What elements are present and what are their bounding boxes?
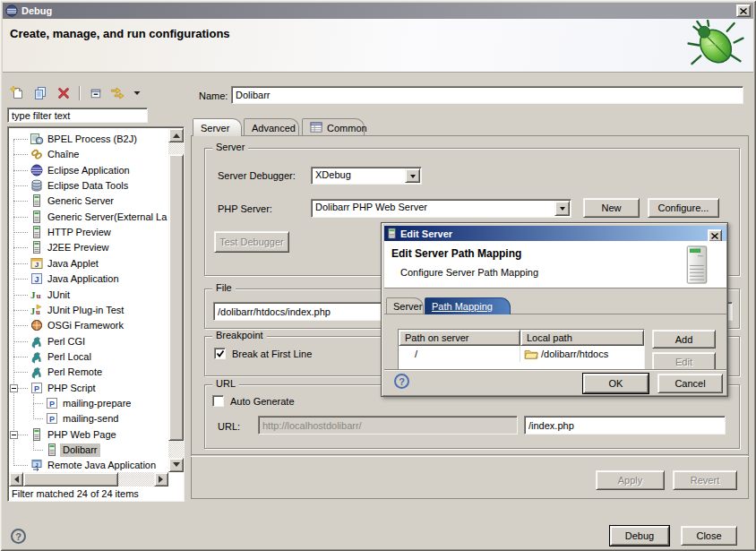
tree-vertical-scrollbar[interactable]	[168, 128, 184, 472]
tree-item-generic-server-external-la[interactable]: Generic Server(External La	[9, 210, 168, 225]
tree-item-label: J2EE Preview	[45, 241, 111, 254]
tab-server[interactable]: Server	[193, 118, 242, 136]
server-icon	[30, 194, 44, 208]
tab-advanced[interactable]: Advanced	[244, 118, 299, 136]
dropdown-arrow-icon[interactable]	[554, 201, 570, 216]
tree-item-generic-server[interactable]: Generic Server	[9, 194, 168, 209]
tree-guide-line	[33, 394, 34, 420]
name-input[interactable]	[231, 86, 743, 104]
tree-guide-line	[13, 465, 28, 466]
configure-server-button[interactable]: Configure...	[648, 198, 719, 218]
dialog-subheading: Configure Server Path Mapping	[400, 267, 538, 278]
tree-item-label: Generic Server(External La	[45, 211, 168, 224]
tree-item-eclipse-data-tools[interactable]: Eclipse Data Tools	[9, 178, 168, 194]
server-debugger-select[interactable]: XDebug	[311, 167, 422, 185]
configurations-toolbar	[7, 82, 185, 104]
tree-guide-line	[33, 450, 43, 451]
database-icon	[30, 178, 44, 193]
collapse-expander-icon[interactable]	[10, 431, 18, 439]
java-application-icon: J	[30, 271, 44, 286]
url-path-input[interactable]	[524, 416, 726, 435]
close-button[interactable]: Close	[681, 526, 737, 546]
tree-item-cha-ne[interactable]: Chaîne	[9, 147, 168, 162]
delete-configuration-icon[interactable]	[54, 84, 73, 102]
new-server-button[interactable]: New	[583, 198, 640, 218]
dialog-tab-server[interactable]: Server	[386, 297, 424, 314]
close-icon[interactable]	[708, 229, 722, 242]
tree-rows: BPEL Process (B2J)ChaîneEclipse Applicat…	[9, 128, 168, 472]
tree-item-java-applet[interactable]: JJava Applet	[9, 256, 168, 271]
tree-guide-line	[13, 232, 28, 233]
osgi-icon	[30, 318, 44, 332]
tree-item-perl-local[interactable]: Perl Local	[9, 349, 168, 365]
tree-item-label: mailing-send	[60, 412, 121, 426]
auto-generate-checkbox[interactable]	[212, 395, 224, 407]
tree-item-label: Perl Remote	[45, 366, 105, 379]
path-mapping-table[interactable]: Path on server Local path / /dolibarr/ht…	[398, 329, 645, 370]
server-debugger-label: Server Debugger:	[218, 170, 296, 181]
column-header-path-on-server[interactable]: Path on server	[399, 330, 520, 346]
tree-item-bpel-process-b2j[interactable]: BPEL Process (B2J)	[9, 132, 168, 147]
tree-item-label: Java Application	[45, 272, 122, 286]
dialog-tab-path-mapping[interactable]: Path Mapping	[425, 297, 511, 314]
column-header-local-path[interactable]: Local path	[520, 330, 644, 346]
tree-item-remote-java-application[interactable]: JRemote Java Application	[9, 458, 168, 472]
server-icon	[45, 443, 59, 457]
title-bar[interactable]: Debug	[3, 3, 753, 19]
collapse-all-icon[interactable]	[85, 84, 105, 102]
add-mapping-button[interactable]: Add	[652, 330, 716, 349]
ok-button[interactable]: OK	[583, 374, 649, 393]
tree-guide-line	[13, 357, 28, 357]
tree-item-junit-plug-in-test[interactable]: JuJUnit Plug-in Test	[9, 303, 168, 318]
page-title: Create, manage, and run configurations	[10, 27, 230, 40]
svg-text:P: P	[49, 399, 55, 408]
table-row[interactable]: / /dolibarr/htdocs	[399, 346, 644, 362]
filter-icon[interactable]	[108, 84, 128, 102]
toolbar-menu-chevron-icon[interactable]	[132, 84, 142, 102]
tree-item-osgi-framework[interactable]: OSGi Framework	[9, 318, 168, 333]
dropdown-arrow-icon[interactable]	[405, 168, 420, 183]
tree-guide-line	[33, 441, 34, 451]
tree-item-label: Eclipse Application	[45, 164, 133, 177]
tree-item-java-application[interactable]: JJava Application	[9, 271, 168, 287]
toolbar-separator	[79, 86, 80, 100]
new-configuration-icon[interactable]	[7, 84, 27, 102]
tree-item-junit[interactable]: JuJUnit	[9, 288, 168, 303]
url-group-title: URL	[212, 378, 239, 390]
cancel-button[interactable]: Cancel	[657, 374, 723, 393]
eclipse-icon	[5, 4, 18, 17]
svg-text:J: J	[30, 289, 36, 300]
close-icon[interactable]	[736, 4, 751, 17]
help-icon[interactable]: ?	[11, 529, 26, 544]
bpel-process-icon	[30, 132, 44, 146]
tree-item-perl-cgi[interactable]: Perl CGI	[9, 334, 168, 349]
scroll-right-icon[interactable]	[154, 472, 168, 486]
tree-item-eclipse-application[interactable]: Eclipse Application	[9, 163, 168, 178]
debug-button[interactable]: Debug	[610, 526, 669, 546]
tree-horizontal-scrollbar[interactable]	[9, 472, 168, 486]
php-server-select[interactable]: Dolibarr PHP Web Server	[311, 199, 571, 218]
header-banner: Create, manage, and run configurations	[3, 19, 753, 73]
tree-item-label: mailing-prepare	[60, 397, 133, 410]
dialog-title-bar[interactable]: Edit Server	[384, 226, 726, 241]
url-label: URL:	[218, 421, 240, 432]
help-icon[interactable]: ?	[394, 374, 409, 389]
tree-guide-line	[13, 170, 28, 171]
duplicate-configuration-icon[interactable]	[30, 84, 50, 102]
tab-common[interactable]: Common	[302, 118, 365, 136]
tree-item-j2ee-preview[interactable]: J2EE Preview	[9, 240, 168, 255]
tree-item-perl-remote[interactable]: Perl Remote	[9, 365, 168, 380]
vscroll-thumb[interactable]	[168, 154, 184, 441]
collapse-expander-icon[interactable]	[10, 384, 18, 392]
break-first-line-checkbox[interactable]	[214, 348, 226, 359]
hscroll-thumb[interactable]	[23, 472, 118, 486]
filter-input[interactable]	[7, 108, 148, 123]
scroll-left-icon[interactable]	[9, 472, 23, 486]
tree-item-http-preview[interactable]: HTTP Preview	[9, 225, 168, 240]
scroll-down-icon[interactable]	[168, 458, 184, 472]
tab-frame-divider	[191, 454, 749, 456]
php-server-label: PHP Server:	[218, 203, 272, 214]
php-icon: P	[30, 381, 44, 395]
scroll-up-icon[interactable]	[168, 128, 184, 142]
tree-item-label: Chaîne	[45, 148, 82, 161]
